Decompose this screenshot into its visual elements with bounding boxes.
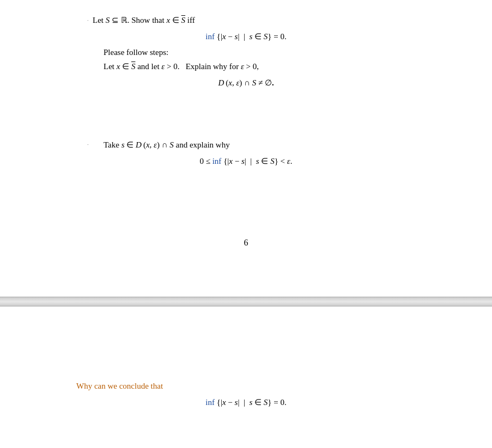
formula1: inf {|x − s| | s ∈ S} = 0. [205,32,286,41]
page-number-text: 6 [244,238,248,247]
spacer3 [44,264,448,280]
var-s-bar: S [181,16,186,24]
why-line: Why can we conclude that [76,382,448,391]
step2-formula-container: 0 ≤ inf {|x − s| | s ∈ S} < ε. [44,156,448,166]
spacer1 [44,96,448,140]
step2-intro: Take s ∈ D (x, ε) ∩ S and explain why [104,140,448,150]
var-x: x [166,16,170,24]
intro-line: · Let S ⊆ ℝ. Show that x ∈ S iff [44,15,448,25]
dot-marker: · [87,17,89,23]
bottom-formula: inf {|x − s| | s ∈ S} = 0. [205,397,286,407]
dot-marker2: · [87,141,89,148]
formula1-container: inf {|x − s| | s ∈ S} = 0. [44,32,448,41]
step1-intro: Let x ∈ S and let ε > 0. Explain why for… [104,62,448,71]
inf-keyword: inf [205,32,215,41]
step1-formula-container: D (x, ε) ∩ S ≠ ∅. [44,78,448,88]
spacer4 [44,333,448,382]
step1-x: x [117,62,120,71]
step1-formula: D (x, ε) ∩ S ≠ ∅. [218,78,274,88]
page-number: 6 [44,238,448,248]
step2-section: · Take s ∈ D (x, ε) ∩ S and explain why [44,140,448,150]
step1-sbar: S [131,62,136,71]
page-top: · Let S ⊆ ℝ. Show that x ∈ S iff inf {|x… [0,0,492,297]
please-follow: Please follow steps: [104,48,448,57]
inf-keyword3: inf [205,398,215,407]
var-s: S [106,16,110,24]
step2-s: s [122,140,125,149]
step1-epsilon: ε [161,62,165,71]
step2-formula: 0 ≤ inf {|x − s| | s ∈ S} < ε. [199,156,292,166]
page-bottom: Why can we conclude that inf {|x − s| | … [0,306,492,441]
why-text: Why can we conclude that [76,382,163,390]
spacer2 [44,173,448,216]
bottom-content: Why can we conclude that inf {|x − s| | … [0,317,492,425]
page-divider [0,297,492,306]
intro-text: Let S ⊆ ℝ. Show that x ∈ S iff [93,15,448,25]
bottom-formula-container: inf {|x − s| | s ∈ S} = 0. [44,397,448,407]
inf-keyword2: inf [212,157,222,165]
